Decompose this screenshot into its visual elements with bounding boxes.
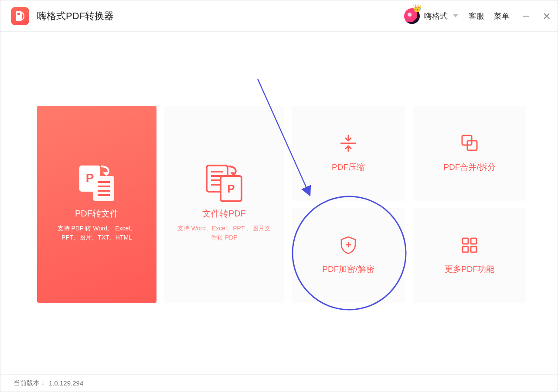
tile-title: PDF压缩 xyxy=(332,162,365,173)
tile-pdf-to-file[interactable]: P PDF转文件 支持 PDF 转 Word、 Excel、PPT、图片、TXT… xyxy=(37,106,157,303)
close-button[interactable] xyxy=(542,11,551,21)
menu-link[interactable]: 菜单 xyxy=(494,11,510,21)
crown-icon: 👑 xyxy=(413,4,422,12)
app-logo-icon xyxy=(11,7,29,25)
tile-subtitle: 支持 Word、Excel、PPT 、图片文件转 PDF xyxy=(164,224,284,242)
statusbar: 当前版本： 1.0.129.294 xyxy=(0,374,558,392)
minimize-button[interactable] xyxy=(521,11,531,21)
svg-rect-24 xyxy=(471,238,476,244)
main-area: P PDF转文件 支持 PDF 转 Word、 Excel、PPT、图片、TXT… xyxy=(0,32,558,374)
tile-title: PDF合并/拆分 xyxy=(443,162,495,173)
pdf-to-file-icon: P xyxy=(75,167,119,198)
user-name: 嗨格式 xyxy=(424,11,448,21)
version-number: 1.0.129.294 xyxy=(49,379,83,387)
grid-icon xyxy=(460,236,479,255)
file-to-pdf-icon: P xyxy=(202,167,246,198)
window-controls xyxy=(521,11,551,21)
tile-title: PDF转文件 xyxy=(75,208,119,220)
svg-text:P: P xyxy=(86,171,94,185)
tile-more-features[interactable]: 更多PDF功能 xyxy=(413,208,526,303)
svg-rect-23 xyxy=(463,238,468,244)
chevron-down-icon xyxy=(453,14,458,17)
tile-title: 更多PDF功能 xyxy=(445,264,494,275)
compress-icon xyxy=(338,134,359,153)
tile-subtitle: 支持 PDF 转 Word、 Excel、PPT、图片、TXT、HTML xyxy=(37,224,157,242)
support-link[interactable]: 客服 xyxy=(469,11,484,21)
app-window: 嗨格式PDF转换器 👑 嗨格式 客服 菜单 xyxy=(0,0,558,392)
tile-title: 文件转PDF xyxy=(202,208,246,220)
feature-grid: P PDF转文件 支持 PDF 转 Word、 Excel、PPT、图片、TXT… xyxy=(37,106,521,303)
shield-icon xyxy=(339,236,358,255)
tile-pdf-merge-split[interactable]: PDF合并/拆分 xyxy=(413,106,526,201)
tile-title: PDF加密/解密 xyxy=(322,264,374,275)
title-links: 客服 菜单 xyxy=(469,11,510,21)
titlebar: 嗨格式PDF转换器 👑 嗨格式 客服 菜单 xyxy=(0,0,558,32)
merge-split-icon xyxy=(459,134,480,153)
svg-rect-6 xyxy=(93,176,114,201)
tile-file-to-pdf[interactable]: P 文件转PDF 支持 Word、Excel、PPT 、图片文件转 PDF xyxy=(164,106,284,303)
user-menu[interactable]: 👑 嗨格式 xyxy=(404,8,461,24)
version-label: 当前版本： xyxy=(14,379,46,387)
svg-rect-26 xyxy=(471,247,476,252)
user-avatar-icon: 👑 xyxy=(404,8,420,24)
svg-text:P: P xyxy=(227,182,235,195)
svg-rect-25 xyxy=(463,247,468,252)
app-title: 嗨格式PDF转换器 xyxy=(37,10,114,23)
tile-pdf-encrypt[interactable]: PDF加密/解密 xyxy=(292,208,405,303)
tile-pdf-compress[interactable]: PDF压缩 xyxy=(292,106,405,201)
